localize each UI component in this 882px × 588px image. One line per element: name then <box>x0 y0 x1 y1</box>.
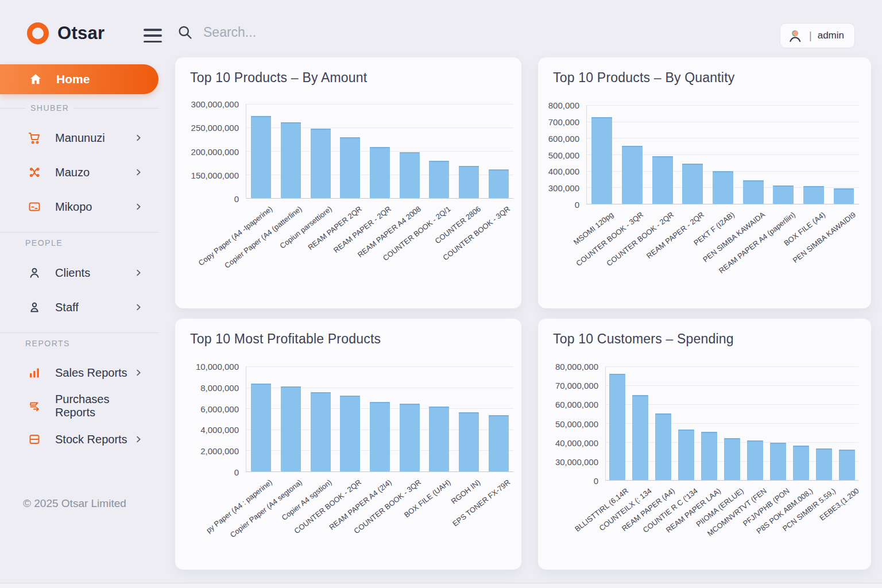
bar <box>340 396 360 471</box>
chevron-right-icon <box>134 435 143 444</box>
user-name: admin <box>818 30 844 41</box>
x-axis-labels: Copy Paper (A4 -Ipaperine)Copier Paper (… <box>246 199 513 308</box>
y-tick-label: 50,000,000 <box>555 419 598 428</box>
y-tick-label: 150,000,000 <box>191 170 239 180</box>
bar <box>370 147 390 198</box>
chevron-right-icon <box>134 168 143 177</box>
bar <box>459 412 479 471</box>
sidebar-item-purchases-reports[interactable]: Purchases Reports <box>0 389 159 423</box>
y-tick-label: 300,000,000 <box>191 99 239 109</box>
bar <box>743 180 764 204</box>
bar <box>609 374 625 480</box>
bar <box>655 413 671 480</box>
y-axis: 800,000700,000600,000500,000400,000300,0… <box>538 105 586 204</box>
bar <box>839 450 854 480</box>
x-tick-label: Copier A4 sgstion) <box>280 478 334 522</box>
y-tick-label: 2,000,000 <box>200 446 239 456</box>
sidebar-item-stock-reports[interactable]: Stock Reports <box>0 423 159 456</box>
y-tick-label: 0 <box>575 200 579 210</box>
sidebar-item-mauzo[interactable]: Mauzo <box>0 155 159 189</box>
bar-chart-most-profitable: 10,000,0008,000,0006,000,0004,000,0002,0… <box>175 319 521 570</box>
brand: Otsar <box>25 21 105 46</box>
y-axis: 300,000,000250,000,000200,000,000150,000… <box>175 104 246 199</box>
bar <box>459 166 479 198</box>
sidebar-item-staff[interactable]: Staff <box>0 290 159 324</box>
bar <box>429 407 449 471</box>
topbar: Otsar | admin <box>0 0 882 57</box>
copyright-text: © 2025 Otsar Limited <box>23 497 159 510</box>
sidebar-item-mikopo[interactable]: Mikopo <box>0 189 159 224</box>
hamburger-menu-icon[interactable] <box>144 29 162 42</box>
y-tick-label: 8,000,000 <box>200 382 239 392</box>
y-tick-label: 4,000,000 <box>200 425 239 435</box>
bar <box>400 404 420 471</box>
person-icon <box>28 300 41 314</box>
gridline <box>246 366 513 367</box>
bottom-scroll-strip[interactable] <box>0 583 882 588</box>
bar <box>281 386 301 471</box>
bar <box>311 392 331 471</box>
sidebar-item-home[interactable]: Home <box>0 64 158 94</box>
chart-card-products-by-amount: Top 10 Products – By Amount 300,000,0002… <box>175 57 521 308</box>
plot-area <box>246 366 513 472</box>
user-separator: | <box>809 30 812 42</box>
otsar-logo-icon <box>25 21 51 46</box>
y-tick-label: 0 <box>594 476 598 486</box>
credit-card-icon <box>28 200 41 214</box>
y-tick-label: 250,000,000 <box>191 123 239 133</box>
y-tick-label: 400,000 <box>548 167 579 176</box>
sidebar-item-label: Manunuzi <box>55 131 134 145</box>
sidebar-item-label: Purchases Reports <box>55 393 143 419</box>
x-tick-label: Copiun parsettiore) <box>278 204 333 250</box>
section-label: SHUBER <box>25 103 74 113</box>
sidebar-item-label: Sales Reports <box>55 366 134 380</box>
chart-card-most-profitable: Top 10 Most Profitable Products 10,000,0… <box>175 319 521 570</box>
sidebar-item-clients[interactable]: Clients <box>0 256 159 290</box>
gridline <box>606 366 858 367</box>
y-axis: 10,000,0008,000,0006,000,0004,000,0002,0… <box>175 366 246 472</box>
sidebar-item-label: Staff <box>55 301 134 314</box>
transfer-icon <box>28 399 41 413</box>
bar-chart-products-by-amount: 300,000,000250,000,000200,000,000150,000… <box>175 57 521 308</box>
chevron-right-icon <box>134 303 143 312</box>
y-tick-label: 800,000 <box>548 100 579 110</box>
user-menu[interactable]: | admin <box>780 23 855 48</box>
bar-chart-customers-spending: 80,000,00070,000,00060,000,00050,000,000… <box>538 319 871 570</box>
nav-group-reports: Sales Reports Purchases Reports Stock Re… <box>0 356 159 456</box>
brand-name: Otsar <box>57 23 105 44</box>
x-tick-label: EPS TONER FX-79R <box>451 478 512 528</box>
bar <box>632 395 648 480</box>
divider <box>0 232 159 233</box>
bar <box>713 171 733 204</box>
bar <box>622 146 643 204</box>
gridline <box>587 138 859 138</box>
bar <box>311 129 331 198</box>
cart-icon <box>28 131 41 145</box>
bar <box>834 188 854 204</box>
sales-icon <box>28 165 41 179</box>
y-tick-label: 6,000,000 <box>200 404 239 413</box>
x-tick-label: REAM PAPER - 2QR <box>645 210 706 260</box>
chevron-right-icon <box>134 202 143 211</box>
bar <box>489 169 509 198</box>
home-icon <box>29 72 42 86</box>
y-tick-label: 200,000,000 <box>191 146 239 156</box>
x-axis-labels: BLLISTTIRL (6,14RCOUNTEILX (: 134REAM PA… <box>605 481 858 570</box>
search-input[interactable] <box>203 25 490 40</box>
search-icon <box>177 24 193 40</box>
bar <box>400 152 420 198</box>
bar <box>816 448 831 480</box>
gridline <box>606 385 858 386</box>
bar <box>701 432 717 480</box>
chart-card-customers-spending: Top 10 Customers – Spending 80,000,00070… <box>538 319 871 570</box>
sidebar-item-sales-reports[interactable]: Sales Reports <box>0 356 159 389</box>
bar <box>747 440 763 480</box>
bar <box>770 443 786 480</box>
bar <box>489 415 509 471</box>
y-tick-label: 0 <box>234 194 239 204</box>
stock-box-icon <box>28 432 41 446</box>
divider <box>0 332 159 333</box>
sidebar-item-manunuzi[interactable]: Manunuzi <box>0 121 159 155</box>
sidebar-item-label: Stock Reports <box>55 433 134 446</box>
chart-card-products-by-quantity: Top 10 Products – By Quantity 800,000700… <box>538 57 871 308</box>
